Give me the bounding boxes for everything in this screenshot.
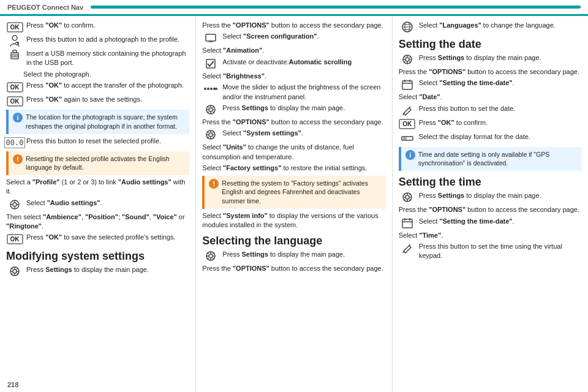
gear2-icon	[205, 104, 216, 115]
screen-config-text: Select "Screen configuration".	[222, 32, 385, 41]
photo-info-box: i The location for the photograph is squ…	[6, 110, 189, 134]
ok-save-icon: OK	[6, 95, 23, 107]
ok-date-row: OK Press "OK" to confirm.	[399, 118, 582, 130]
svg-rect-5	[15, 55, 17, 57]
svg-line-99	[409, 244, 410, 246]
date-select-text: Select "Date".	[399, 92, 582, 102]
ok-save-row: OK Press "OK" again to save the settings…	[6, 95, 189, 107]
slider-row: Move the slider to adjust the brightness…	[202, 83, 385, 102]
calendar-icon	[402, 79, 413, 90]
display-format-row: Select the display format for the date.	[399, 132, 582, 145]
system-info-text: Select "System info" to display the vers…	[202, 211, 385, 230]
profile-text: Select a "Profile" (1 or 2 or 3) to link…	[6, 178, 189, 197]
screen-icon-box	[202, 32, 219, 44]
calendar-icon-box	[399, 78, 416, 91]
ok-profile-row: OK Press "OK" to save the selected profi…	[6, 233, 189, 245]
ok-accept-row: OK Press "OK" to accept the transfer of …	[6, 81, 189, 93]
time-settings-row: Press Settings to display the main page.	[399, 191, 582, 203]
ok-accept-icon: OK	[6, 81, 23, 93]
time-date-row: Select "Setting the time-date".	[399, 78, 582, 91]
lang-gear-icon	[205, 251, 216, 262]
factory-warn-icon: !	[209, 179, 219, 189]
svg-rect-84	[403, 137, 407, 140]
svg-point-43	[209, 133, 213, 137]
ok-profile-text: Press "OK" to save the selected profile'…	[26, 233, 189, 242]
options-text1: Press the "OPTIONS" button to access the…	[202, 21, 385, 30]
time-options-text: Press the "OPTIONS" button to access the…	[399, 205, 582, 214]
lang-settings-text: Press Settings to display the main page.	[222, 250, 385, 259]
slider-icon	[204, 86, 217, 92]
date-info-icon: i	[405, 150, 415, 160]
date-gear-icon-box	[399, 53, 416, 66]
settings-display-row: Press Settings to display the main page.	[6, 265, 189, 277]
select-photo-text: Select the photograph.	[23, 70, 189, 79]
photo-row: ★ Press this button to add a photograph …	[6, 35, 189, 47]
ok-date-button: OK	[399, 119, 415, 129]
usb-text: Insert a USB memory stick containing the…	[26, 49, 189, 68]
audio-icon-box	[6, 198, 23, 211]
svg-point-33	[209, 108, 213, 111]
time-gear-icon-box	[399, 191, 416, 203]
reset-icon: 00.0	[4, 137, 26, 148]
reset-icon-box: 00.0	[6, 137, 23, 149]
slider-icon-box	[202, 83, 219, 95]
pen2-icon-box	[399, 242, 416, 254]
settings-display2-row: Press Settings to display the main page.	[202, 104, 385, 116]
options-text3: Press the "OPTIONS" button to access the…	[202, 264, 385, 273]
photo-text: Press this button to add a photograph to…	[26, 35, 189, 44]
ok-button-icon: OK	[7, 22, 23, 32]
system-icon	[205, 129, 216, 140]
gear2-icon-box	[202, 104, 219, 116]
display-icon-box	[399, 132, 416, 145]
time-date-select-text: Select "Setting the time-date".	[419, 78, 582, 88]
ok-accept-text: Press "OK" to accept the transfer of the…	[26, 81, 189, 90]
usb-icon	[9, 49, 20, 61]
ok-date-icon: OK	[399, 118, 416, 130]
globe-icon-box	[399, 21, 416, 33]
calendar2-icon-box	[399, 217, 416, 229]
svg-line-100	[403, 251, 404, 253]
header: PEUGEOT Connect Nav	[0, 0, 588, 16]
date-button-row: Press this button to set the date.	[399, 104, 582, 116]
person-icon: ★	[9, 35, 20, 47]
animation-text: Select "Animation".	[202, 46, 385, 55]
time-date2-text: Select "Setting the time-date".	[419, 217, 582, 226]
slider-text: Move the slider to adjust the brightness…	[222, 83, 385, 102]
pen2-icon	[402, 243, 413, 254]
factory-warn-box: ! Resetting the system to "Factory setti…	[202, 176, 385, 209]
audio-icon	[9, 199, 20, 210]
svg-point-29	[210, 88, 213, 90]
audio-settings-row: Select "Audio settings".	[6, 198, 189, 211]
page-number: 218	[7, 381, 18, 388]
language-text: Select "Languages" to change the languag…	[419, 21, 582, 30]
display-format-text: Select the display format for the date.	[419, 132, 582, 141]
reset-text: Press this button to reset the selected …	[26, 137, 189, 146]
svg-point-86	[405, 195, 409, 199]
usb-row: Insert a USB memory stick containing the…	[6, 49, 189, 68]
lang-settings-row: Press Settings to display the main page.	[202, 250, 385, 262]
date-settings-row: Press Settings to display the main page.	[399, 53, 582, 66]
reset-warn-box: ! Resetting the selected profile activat…	[6, 151, 189, 175]
ok-profile-icon: OK	[6, 233, 23, 245]
svg-point-0	[12, 36, 17, 40]
ok-confirm-text: Press "OK" to confirm.	[26, 21, 189, 30]
svg-point-31	[215, 88, 217, 90]
svg-point-27	[204, 88, 206, 90]
time-button-row: Press this button to set the time using …	[399, 242, 582, 261]
svg-rect-4	[12, 55, 14, 57]
then-select-text: Then select "Ambience", "Position"; "Sou…	[6, 213, 189, 232]
person-icon-box: ★	[6, 35, 23, 47]
column-2: Press the "OPTIONS" button to access the…	[196, 16, 392, 392]
date-options-text: Press the "OPTIONS" button to access the…	[399, 67, 582, 77]
modifying-section-title: Modifying system settings	[6, 250, 189, 263]
svg-rect-23	[206, 34, 216, 41]
date-settings-text: Press Settings to display the main page.	[419, 53, 582, 62]
pen-icon-box	[399, 104, 416, 116]
date-section-title: Setting the date	[399, 38, 582, 51]
svg-point-8	[13, 203, 17, 206]
header-bar	[91, 6, 581, 9]
date-button-text: Press this button to set the date.	[419, 104, 582, 113]
activate-row: Activate or deactivate:Automatic scrolli…	[202, 58, 385, 70]
language-section-title: Selecting the language	[202, 235, 385, 247]
reset-warn-text: Resetting the selected profile activates…	[26, 154, 185, 172]
